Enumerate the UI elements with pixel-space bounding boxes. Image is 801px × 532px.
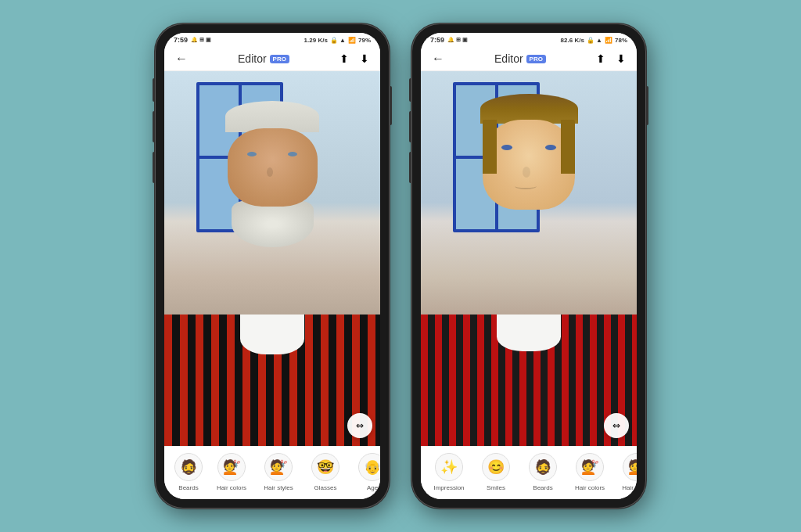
time-right: 7:59 bbox=[430, 36, 444, 44]
toolbar-item-smiles-right[interactable]: 😊 Smiles bbox=[472, 453, 519, 491]
photo-area-right: ⇔ bbox=[421, 71, 637, 446]
pro-badge-right: PRO bbox=[526, 55, 546, 63]
compare-button-left[interactable]: ⇔ bbox=[347, 413, 372, 438]
battery-left: 79% bbox=[358, 37, 371, 44]
age-label-left: Age bbox=[367, 484, 378, 491]
hairstyles-label-left: Hair styles bbox=[264, 484, 293, 491]
impression-label-right: Impression bbox=[433, 484, 464, 491]
toolbar-item-age-left[interactable]: 👴 Age bbox=[349, 453, 380, 491]
top-bar-right: ← Editor PRO ⬆ ⬇ bbox=[421, 47, 637, 71]
glasses-label-left: Glasses bbox=[314, 484, 337, 491]
glasses-icon-left: 🤓 bbox=[311, 453, 339, 481]
beards-label-right: Beards bbox=[533, 484, 552, 491]
compare-button-right[interactable]: ⇔ bbox=[604, 413, 629, 438]
beards-icon-left: 🧔 bbox=[174, 453, 203, 481]
phone-left-screen: 7:59 🔔 ⊞ ▣ 1.29 K/s 🔒 ▲ 📶 79% ← Editor bbox=[164, 33, 380, 499]
phone-right: 7:59 🔔 ⊞ ▣ 82.6 K/s 🔒 ▲ 📶 78% ← Editor bbox=[411, 23, 646, 509]
status-bar-left: 7:59 🔔 ⊞ ▣ 1.29 K/s 🔒 ▲ 📶 79% bbox=[164, 33, 380, 47]
share-icon-left[interactable]: ⬆ bbox=[339, 52, 349, 65]
toolbar-item-haircolors-left[interactable]: 💇 Hair colors bbox=[208, 453, 255, 491]
download-icon-right[interactable]: ⬇ bbox=[616, 52, 626, 65]
time-left: 7:59 bbox=[174, 36, 188, 44]
back-button-right[interactable]: ← bbox=[432, 52, 444, 66]
bottom-toolbar-right: ✨ Impression 😊 Smiles 🧔 bbox=[421, 446, 637, 499]
battery-right: 78% bbox=[615, 37, 627, 44]
smiles-label-right: Smiles bbox=[487, 484, 505, 491]
toolbar-item-impression-right[interactable]: ✨ Impression bbox=[426, 453, 472, 491]
haircolors-label-left: Hair colors bbox=[217, 484, 246, 491]
toolbar-item-hairstyles-right[interactable]: 💇 Hair styles bbox=[613, 453, 637, 491]
haircolors-label-right: Hair colors bbox=[575, 484, 605, 491]
beards-label-left: Beards bbox=[178, 484, 198, 491]
top-bar-icons-right: ⬆ ⬇ bbox=[596, 52, 626, 65]
phone-right-frame: 7:59 🔔 ⊞ ▣ 82.6 K/s 🔒 ▲ 📶 78% ← Editor bbox=[411, 23, 646, 509]
haircolors-icon-left: 💇 bbox=[217, 453, 246, 481]
toolbar-item-beards-right[interactable]: 🧔 Beards bbox=[519, 453, 566, 491]
toolbar-item-haircolors-right[interactable]: 💇 Hair colors bbox=[566, 453, 613, 491]
toolbar-item-glasses-left[interactable]: 🤓 Glasses bbox=[302, 453, 349, 491]
photo-area-left: ⇔ bbox=[164, 71, 380, 446]
header-title-right: Editor PRO bbox=[494, 52, 546, 65]
signal-right: 82.6 K/s bbox=[561, 37, 584, 44]
phone-left-frame: 7:59 🔔 ⊞ ▣ 1.29 K/s 🔒 ▲ 📶 79% ← Editor bbox=[155, 23, 390, 509]
back-button-left[interactable]: ← bbox=[175, 52, 188, 66]
download-icon-left[interactable]: ⬇ bbox=[360, 52, 369, 65]
top-bar-left: ← Editor PRO ⬆ ⬇ bbox=[164, 47, 380, 71]
impression-icon-right: ✨ bbox=[435, 453, 463, 481]
bottom-toolbar-left: 🧔 Beards 💇 Hair colors 💇 bbox=[164, 446, 380, 499]
haircolors-icon-right: 💇 bbox=[576, 453, 604, 481]
toolbar-item-beards-left[interactable]: 🧔 Beards bbox=[169, 453, 208, 491]
top-bar-icons-left: ⬆ ⬇ bbox=[339, 52, 369, 65]
pro-badge-left: PRO bbox=[270, 55, 289, 63]
age-icon-left: 👴 bbox=[358, 453, 380, 481]
toolbar-items-right: ✨ Impression 😊 Smiles 🧔 bbox=[421, 453, 637, 491]
share-icon-right[interactable]: ⬆ bbox=[596, 52, 605, 65]
hairstyles-label-right: Hair styles bbox=[622, 484, 637, 491]
status-bar-right: 7:59 🔔 ⊞ ▣ 82.6 K/s 🔒 ▲ 📶 78% bbox=[421, 33, 637, 47]
phone-right-screen: 7:59 🔔 ⊞ ▣ 82.6 K/s 🔒 ▲ 📶 78% ← Editor bbox=[421, 33, 637, 499]
phones-container: 7:59 🔔 ⊞ ▣ 1.29 K/s 🔒 ▲ 📶 79% ← Editor bbox=[155, 23, 646, 509]
beards-icon-right: 🧔 bbox=[529, 453, 557, 481]
signal-left: 1.29 K/s bbox=[304, 37, 328, 44]
hairstyles-icon-right: 💇 bbox=[623, 453, 637, 481]
toolbar-items-left: 🧔 Beards 💇 Hair colors 💇 bbox=[164, 453, 380, 491]
phone-left: 7:59 🔔 ⊞ ▣ 1.29 K/s 🔒 ▲ 📶 79% ← Editor bbox=[155, 23, 390, 509]
toolbar-item-hairstyles-left[interactable]: 💇 Hair styles bbox=[255, 453, 302, 491]
header-title-left: Editor PRO bbox=[238, 52, 289, 65]
hairstyles-icon-left: 💇 bbox=[264, 453, 293, 481]
smiles-icon-right: 😊 bbox=[482, 453, 510, 481]
